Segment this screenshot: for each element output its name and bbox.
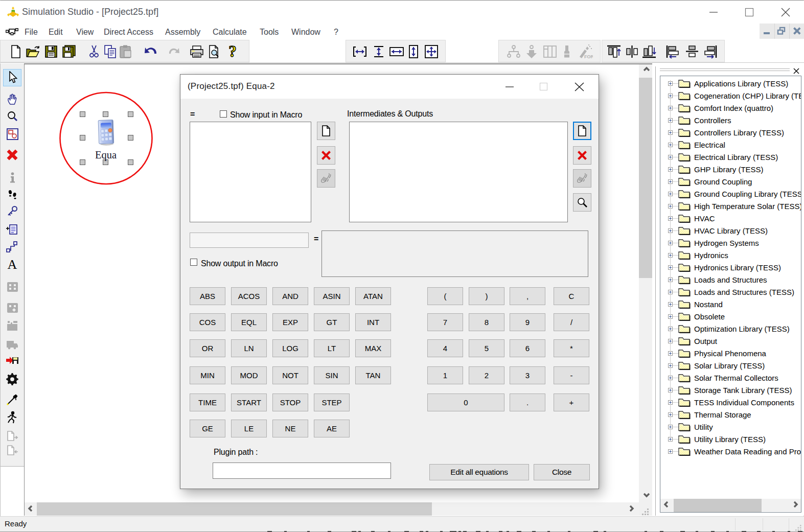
svg-text:FOR: FOR	[584, 54, 593, 59]
svg-text:?: ?	[228, 44, 237, 59]
